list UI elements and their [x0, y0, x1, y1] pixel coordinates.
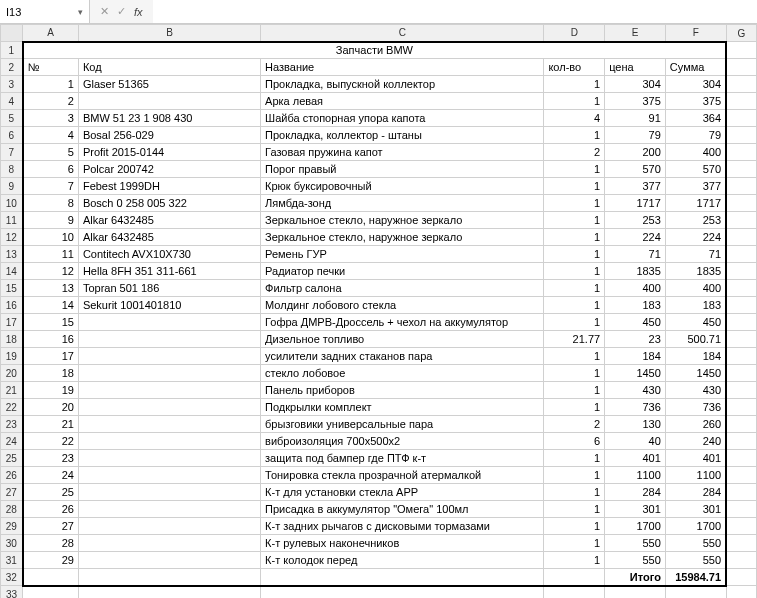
col-header-B[interactable]: B	[78, 25, 260, 42]
cell-price-20[interactable]: 1450	[605, 365, 666, 382]
cell-qty-12[interactable]: 1	[544, 229, 605, 246]
cell-G31[interactable]	[726, 552, 756, 569]
row-header-16[interactable]: 16	[1, 297, 23, 314]
cell-code-31[interactable]	[78, 552, 260, 569]
total-label[interactable]: Итого	[605, 569, 666, 586]
cell-sum-4[interactable]: 375	[665, 93, 726, 110]
cell-name-9[interactable]: Крюк буксировочный	[261, 178, 544, 195]
cell-name-13[interactable]: Ремень ГУР	[261, 246, 544, 263]
cell-name-17[interactable]: Гофра ДМРВ-Дроссель + чехол на аккумулят…	[261, 314, 544, 331]
cell-G12[interactable]	[726, 229, 756, 246]
cell-sum-31[interactable]: 550	[665, 552, 726, 569]
cell-code-22[interactable]	[78, 399, 260, 416]
hdr-price[interactable]: цена	[605, 59, 666, 76]
cell-no-5[interactable]: 3	[23, 110, 79, 127]
cell-code-18[interactable]	[78, 331, 260, 348]
row-header-2[interactable]: 2	[1, 59, 23, 76]
row-header-32[interactable]: 32	[1, 569, 23, 586]
spreadsheet-grid[interactable]: A B C D E F G 1Запчасти BMW2№КодНазвание…	[0, 24, 757, 598]
cell-sum-3[interactable]: 304	[665, 76, 726, 93]
cell-price-5[interactable]: 91	[605, 110, 666, 127]
cell-sum-6[interactable]: 79	[665, 127, 726, 144]
col-header-D[interactable]: D	[544, 25, 605, 42]
cell-code-23[interactable]	[78, 416, 260, 433]
cell-code-25[interactable]	[78, 450, 260, 467]
cell-price-13[interactable]: 71	[605, 246, 666, 263]
cell-sum-17[interactable]: 450	[665, 314, 726, 331]
row-header-6[interactable]: 6	[1, 127, 23, 144]
cell-name-28[interactable]: Присадка в аккумулятор "Омега" 100мл	[261, 501, 544, 518]
confirm-icon[interactable]: ✓	[117, 5, 126, 18]
cell-qty-18[interactable]: 21.77	[544, 331, 605, 348]
cell-name-4[interactable]: Арка левая	[261, 93, 544, 110]
row-header-13[interactable]: 13	[1, 246, 23, 263]
cell-price-29[interactable]: 1700	[605, 518, 666, 535]
row-header-22[interactable]: 22	[1, 399, 23, 416]
cell-sum-20[interactable]: 1450	[665, 365, 726, 382]
cell-no-22[interactable]: 20	[23, 399, 79, 416]
cell-no-29[interactable]: 27	[23, 518, 79, 535]
formula-input[interactable]	[153, 0, 757, 23]
cell-qty-29[interactable]: 1	[544, 518, 605, 535]
cell-price-21[interactable]: 430	[605, 382, 666, 399]
cell-no-27[interactable]: 25	[23, 484, 79, 501]
cell-no-19[interactable]: 17	[23, 348, 79, 365]
cell-code-11[interactable]: Alkar 6432485	[78, 212, 260, 229]
cell-qty-19[interactable]: 1	[544, 348, 605, 365]
row-header-7[interactable]: 7	[1, 144, 23, 161]
cell-no-6[interactable]: 4	[23, 127, 79, 144]
row-header-1[interactable]: 1	[1, 42, 23, 59]
cell-name-11[interactable]: Зеркальное стекло, наружное зеркало	[261, 212, 544, 229]
cell-sum-21[interactable]: 430	[665, 382, 726, 399]
cell-qty-20[interactable]: 1	[544, 365, 605, 382]
cell-sum-25[interactable]: 401	[665, 450, 726, 467]
cell-price-3[interactable]: 304	[605, 76, 666, 93]
cell-name-10[interactable]: Лямбда-зонд	[261, 195, 544, 212]
row-header-11[interactable]: 11	[1, 212, 23, 229]
col-header-A[interactable]: A	[23, 25, 79, 42]
cell-name-25[interactable]: защита под бампер где ПТФ к-т	[261, 450, 544, 467]
cell-B32[interactable]	[78, 569, 260, 586]
sheet-title[interactable]: Запчасти BMW	[23, 42, 726, 59]
cell-qty-24[interactable]: 6	[544, 433, 605, 450]
hdr-name[interactable]: Название	[261, 59, 544, 76]
cell-qty-13[interactable]: 1	[544, 246, 605, 263]
cell-name-30[interactable]: К-т рулевых наконечников	[261, 535, 544, 552]
row-header-30[interactable]: 30	[1, 535, 23, 552]
hdr-qty[interactable]: кол-во	[544, 59, 605, 76]
select-all-corner[interactable]	[1, 25, 23, 42]
cell-sum-10[interactable]: 1717	[665, 195, 726, 212]
cell-G24[interactable]	[726, 433, 756, 450]
row-header-33[interactable]: 33	[1, 586, 23, 599]
cell-sum-16[interactable]: 183	[665, 297, 726, 314]
cell-qty-10[interactable]: 1	[544, 195, 605, 212]
cell-price-4[interactable]: 375	[605, 93, 666, 110]
cell-name-18[interactable]: Дизельное топливо	[261, 331, 544, 348]
cell-sum-24[interactable]: 240	[665, 433, 726, 450]
row-header-19[interactable]: 19	[1, 348, 23, 365]
dropdown-icon[interactable]: ▾	[78, 7, 83, 17]
cell-qty-9[interactable]: 1	[544, 178, 605, 195]
cell-name-16[interactable]: Молдинг лобового стекла	[261, 297, 544, 314]
cell-no-20[interactable]: 18	[23, 365, 79, 382]
cell-price-9[interactable]: 377	[605, 178, 666, 195]
cell-code-6[interactable]: Bosal 256-029	[78, 127, 260, 144]
cell-G18[interactable]	[726, 331, 756, 348]
cell-no-13[interactable]: 11	[23, 246, 79, 263]
cell-G17[interactable]	[726, 314, 756, 331]
cell-G2[interactable]	[726, 59, 756, 76]
cell-no-26[interactable]: 24	[23, 467, 79, 484]
cell-price-30[interactable]: 550	[605, 535, 666, 552]
cell-sum-13[interactable]: 71	[665, 246, 726, 263]
cell-G14[interactable]	[726, 263, 756, 280]
cell-qty-25[interactable]: 1	[544, 450, 605, 467]
row-header-12[interactable]: 12	[1, 229, 23, 246]
cell-no-18[interactable]: 16	[23, 331, 79, 348]
cell-G25[interactable]	[726, 450, 756, 467]
cell-no-10[interactable]: 8	[23, 195, 79, 212]
cell-name-29[interactable]: К-т задних рычагов с дисковыми тормазами	[261, 518, 544, 535]
cell-sum-30[interactable]: 550	[665, 535, 726, 552]
cell-qty-22[interactable]: 1	[544, 399, 605, 416]
cell-sum-7[interactable]: 400	[665, 144, 726, 161]
col-header-C[interactable]: C	[261, 25, 544, 42]
